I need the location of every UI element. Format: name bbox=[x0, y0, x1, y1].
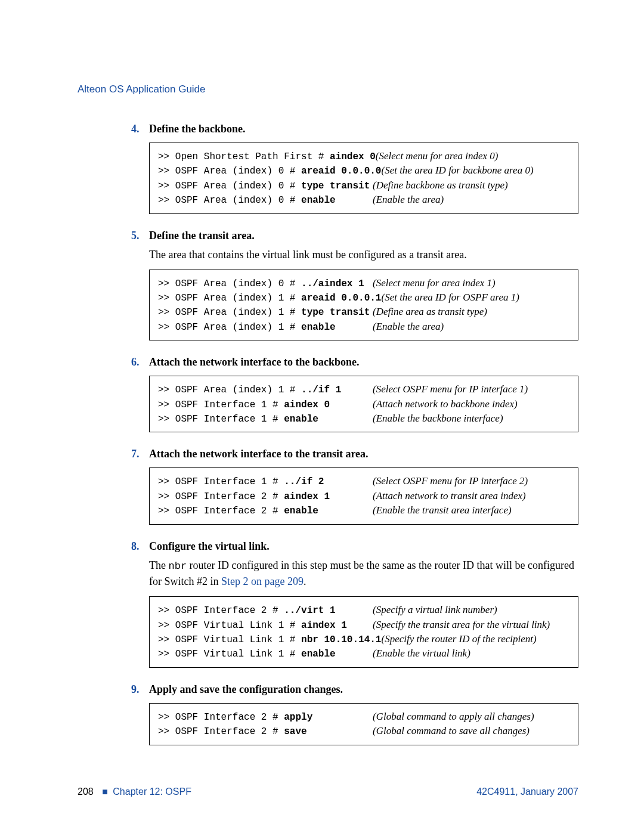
step-title: Attach the network interface to the tran… bbox=[149, 448, 369, 460]
command-prompt: >> OSPF Area (index) 1 # bbox=[158, 293, 301, 304]
command-note: (Global command to save all changes) bbox=[373, 724, 530, 738]
command-input: aindex 1 bbox=[284, 491, 330, 502]
command-line: >> OSPF Area (index) 0 # type transit(De… bbox=[158, 178, 569, 193]
command-text: >> OSPF Area (index) 1 # enable bbox=[158, 321, 373, 334]
body-text: . bbox=[304, 575, 306, 587]
step-title: Define the backbone. bbox=[149, 123, 246, 135]
command-line: >> OSPF Area (index) 0 # ../aindex 1(Sel… bbox=[158, 276, 569, 290]
step-heading: 4.Define the backbone. bbox=[131, 123, 578, 135]
inline-code: nbr bbox=[168, 561, 187, 572]
step-heading: 7.Attach the network interface to the tr… bbox=[131, 448, 578, 460]
command-text: >> OSPF Area (index) 1 # areaid 0.0.0.1 bbox=[158, 292, 381, 305]
command-prompt: >> OSPF Interface 2 # bbox=[158, 605, 284, 616]
step-title: Attach the network interface to the back… bbox=[149, 356, 359, 368]
step-title: Apply and save the configuration changes… bbox=[149, 683, 343, 696]
step-body: The area that contains the virtual link … bbox=[149, 247, 578, 262]
command-input: aindex 1 bbox=[301, 620, 347, 631]
command-prompt: >> OSPF Area (index) 0 # bbox=[158, 181, 301, 191]
command-prompt: >> OSPF Interface 2 # bbox=[158, 506, 284, 516]
command-line: >> OSPF Interface 2 # apply(Global comma… bbox=[158, 710, 569, 724]
command-line: >> Open Shortest Path First # aindex 0(S… bbox=[158, 149, 569, 163]
page: Alteon OS Application Guide 4.Define the… bbox=[0, 0, 644, 833]
command-line: >> OSPF Area (index) 1 # ../if 1(Select … bbox=[158, 382, 569, 397]
command-box: >> OSPF Area (index) 0 # ../aindex 1(Sel… bbox=[149, 270, 578, 341]
command-line: >> OSPF Area (index) 1 # type transit(De… bbox=[158, 305, 569, 319]
step-heading: 5.Define the transit area. bbox=[131, 230, 578, 242]
cross-reference-link[interactable]: Step 2 on page 209 bbox=[221, 575, 304, 587]
command-note: (Attach network to transit area index) bbox=[373, 489, 526, 503]
command-input: save bbox=[284, 726, 306, 737]
command-prompt: >> OSPF Interface 1 # bbox=[158, 476, 284, 487]
command-note: (Enable the virtual link) bbox=[373, 646, 470, 661]
command-note: (Select OSPF menu for IP interface 2) bbox=[373, 474, 528, 488]
command-note: (Set the area ID for backbone area 0) bbox=[381, 163, 533, 178]
command-prompt: >> OSPF Interface 2 # bbox=[158, 726, 284, 737]
command-text: >> OSPF Virtual Link 1 # nbr 10.10.14.1 bbox=[158, 633, 381, 646]
command-note: (Enable the area) bbox=[373, 320, 444, 334]
command-text: >> OSPF Area (index) 0 # ../aindex 1 bbox=[158, 277, 373, 290]
command-input: enable bbox=[301, 195, 336, 206]
step-number: 9. bbox=[131, 683, 149, 696]
command-input: ../virt 1 bbox=[284, 605, 335, 616]
command-prompt: >> OSPF Area (index) 0 # bbox=[158, 278, 301, 289]
chapter-label: Chapter 12: OSPF bbox=[113, 786, 191, 797]
command-line: >> OSPF Interface 2 # aindex 1(Attach ne… bbox=[158, 489, 569, 503]
command-text: >> OSPF Area (index) 0 # areaid 0.0.0.0 bbox=[158, 165, 381, 178]
command-line: >> OSPF Interface 1 # aindex 0(Attach ne… bbox=[158, 397, 569, 411]
command-note: (Enable the transit area interface) bbox=[373, 503, 512, 518]
footer-bullet-icon: ■ bbox=[102, 786, 108, 797]
command-prompt: >> OSPF Interface 2 # bbox=[158, 491, 284, 502]
command-note: (Specify the transit area for the virtua… bbox=[373, 618, 550, 632]
command-input: apply bbox=[284, 712, 312, 723]
body-text: The bbox=[149, 559, 168, 571]
step: 9.Apply and save the configuration chang… bbox=[131, 683, 578, 745]
step-number: 8. bbox=[131, 540, 149, 553]
command-line: >> OSPF Interface 1 # enable(Enable the … bbox=[158, 411, 569, 426]
command-text: >> OSPF Interface 1 # aindex 0 bbox=[158, 398, 373, 411]
command-box: >> OSPF Interface 1 # ../if 2(Select OSP… bbox=[149, 467, 578, 524]
command-text: >> OSPF Area (index) 1 # ../if 1 bbox=[158, 383, 373, 397]
command-prompt: >> Open Shortest Path First # bbox=[158, 151, 330, 162]
command-input: type transit bbox=[301, 307, 370, 318]
command-box: >> OSPF Interface 2 # apply(Global comma… bbox=[149, 703, 578, 745]
command-prompt: >> OSPF Interface 1 # bbox=[158, 400, 284, 410]
command-line: >> OSPF Area (index) 1 # areaid 0.0.0.1(… bbox=[158, 290, 569, 305]
command-line: >> OSPF Virtual Link 1 # enable(Enable t… bbox=[158, 646, 569, 661]
command-box: >> Open Shortest Path First # aindex 0(S… bbox=[149, 143, 578, 214]
command-input: enable bbox=[284, 506, 318, 516]
command-line: >> OSPF Interface 2 # enable(Enable the … bbox=[158, 503, 569, 518]
page-footer: 208 ■ Chapter 12: OSPF 42C4911, January … bbox=[78, 786, 578, 797]
command-prompt: >> OSPF Virtual Link 1 # bbox=[158, 634, 301, 645]
command-prompt: >> OSPF Area (index) 0 # bbox=[158, 195, 301, 206]
body-text: router ID configured in this step must b… bbox=[149, 559, 574, 588]
command-note: (Enable the area) bbox=[373, 193, 444, 207]
command-input: type transit bbox=[301, 181, 370, 191]
command-prompt: >> OSPF Area (index) 0 # bbox=[158, 166, 301, 176]
command-input: enable bbox=[301, 649, 336, 659]
command-prompt: >> OSPF Interface 1 # bbox=[158, 414, 284, 425]
content-area: 4.Define the backbone.>> Open Shortest P… bbox=[131, 123, 578, 745]
command-note: (Define backbone as transit type) bbox=[373, 178, 508, 193]
step-number: 7. bbox=[131, 448, 149, 460]
command-line: >> OSPF Area (index) 1 # enable(Enable t… bbox=[158, 320, 569, 334]
command-note: (Attach network to backbone index) bbox=[373, 397, 518, 411]
step: 8.Configure the virtual link.The nbr rou… bbox=[131, 540, 578, 668]
command-prompt: >> OSPF Area (index) 1 # bbox=[158, 385, 301, 395]
command-text: >> OSPF Virtual Link 1 # aindex 1 bbox=[158, 619, 373, 632]
footer-left: 208 ■ Chapter 12: OSPF bbox=[78, 786, 191, 797]
command-prompt: >> OSPF Area (index) 1 # bbox=[158, 322, 301, 333]
command-line: >> OSPF Virtual Link 1 # nbr 10.10.14.1(… bbox=[158, 632, 569, 646]
command-note: (Specify a virtual link number) bbox=[373, 603, 497, 617]
command-input: aindex 0 bbox=[330, 151, 376, 162]
command-input: ../aindex 1 bbox=[301, 278, 364, 289]
command-note: (Global command to apply all changes) bbox=[373, 710, 534, 724]
command-input: ../if 2 bbox=[284, 476, 324, 487]
command-input: areaid 0.0.0.0 bbox=[301, 166, 381, 176]
command-text: >> OSPF Interface 2 # aindex 1 bbox=[158, 490, 373, 503]
command-line: >> OSPF Virtual Link 1 # aindex 1(Specif… bbox=[158, 618, 569, 632]
command-note: (Define area as transit type) bbox=[373, 305, 487, 319]
command-input: aindex 0 bbox=[284, 400, 330, 410]
command-input: enable bbox=[301, 322, 336, 333]
command-note: (Enable the backbone interface) bbox=[373, 411, 503, 426]
step: 5.Define the transit area.The area that … bbox=[131, 230, 578, 341]
